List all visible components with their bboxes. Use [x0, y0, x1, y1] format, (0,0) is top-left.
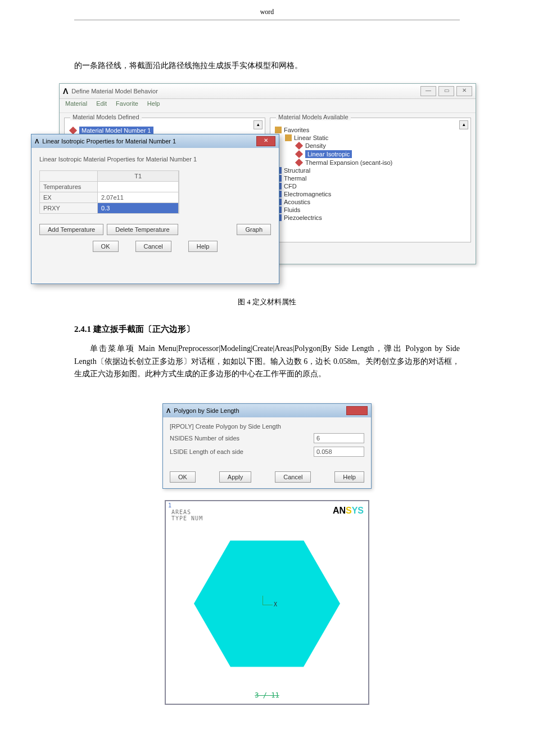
- ansys-brand: ANSYS: [333, 506, 364, 516]
- hexagon-area: [194, 541, 340, 667]
- figure-4-caption: 图 4 定义材料属性: [0, 297, 534, 307]
- material-icon: [69, 127, 77, 134]
- main-titlebar: Λ Define Material Model Behavior — ▭ ✕: [60, 84, 476, 99]
- viewport-number: 1: [168, 502, 171, 508]
- tree-linear-isotropic[interactable]: Linear Isotropic: [275, 150, 466, 159]
- poly-desc: [RPOLY] Create Polygon by Side Length: [170, 423, 364, 430]
- add-temperature-button[interactable]: Add Temperature: [39, 224, 103, 235]
- maximize-button[interactable]: ▭: [438, 86, 454, 96]
- tree-electromagnetics[interactable]: Electromagnetics: [275, 190, 466, 198]
- poly-cancel-button[interactable]: Cancel: [275, 471, 311, 483]
- tree-density[interactable]: Density: [275, 142, 466, 150]
- row-temperatures-value[interactable]: [98, 182, 179, 192]
- intro-text: 的一条路径线，将截面沿此路径线拖拉生成扳手实体模型和网格。: [74, 60, 460, 72]
- poly-titlebar: Λ Polygon by Side Length: [163, 404, 371, 417]
- poly-close-button[interactable]: [346, 406, 368, 415]
- models-available-title: Material Models Available: [276, 114, 351, 120]
- tree-piezoelectrics[interactable]: Piezoelectrics: [275, 214, 466, 222]
- models-defined-title: Material Models Defined: [70, 114, 142, 120]
- poly-apply-button[interactable]: Apply: [219, 471, 252, 483]
- tree-fluids[interactable]: Fluids: [275, 206, 466, 214]
- lside-input[interactable]: 0.058: [314, 447, 364, 457]
- ansys-viewport: 1 AREAS TYPE NUM ANSYS X 图 5 建立六角形截面 3 /…: [165, 500, 369, 705]
- sub-close-button[interactable]: ✕: [256, 136, 275, 146]
- row-prxy-label: PRXY: [40, 203, 98, 214]
- row-ex-label: EX: [40, 192, 98, 203]
- tree-acoustics[interactable]: Acoustics: [275, 198, 466, 206]
- figure-4-container: Λ Define Material Model Behavior — ▭ ✕ M…: [59, 83, 475, 291]
- property-grid: T1 Temperatures EX 2.07e11 PRXY 0.3: [39, 170, 179, 214]
- row-temperatures-label: Temperatures: [40, 182, 98, 192]
- delete-temperature-button[interactable]: Delete Temperature: [107, 224, 178, 235]
- section-body: 单击菜单项 Main Menu|Preprocessor|Modeling|Cr…: [74, 343, 460, 380]
- help-button[interactable]: Help: [188, 241, 218, 252]
- sub-desc: Linear Isotropic Material Properties for…: [39, 156, 271, 163]
- ansys-logo-icon: Λ: [63, 87, 68, 96]
- section-heading: 2.4.1 建立扳手截面〔正六边形〕: [74, 324, 460, 335]
- linear-isotropic-dialog: Λ Linear Isotropic Properties for Materi…: [31, 134, 279, 284]
- tree-cfd[interactable]: CFD: [275, 182, 466, 190]
- polygon-dialog: Λ Polygon by Side Length [RPOLY] Create …: [162, 403, 372, 489]
- tree-thermal-exp[interactable]: Thermal Expansion (secant-iso): [275, 159, 466, 166]
- ok-button[interactable]: OK: [93, 241, 119, 252]
- main-title: Define Material Model Behavior: [71, 88, 420, 94]
- menu-favorite[interactable]: Favorite: [116, 100, 138, 111]
- prop-icon: [295, 142, 303, 150]
- ansys-logo-icon: Λ: [166, 407, 170, 414]
- row-prxy-value[interactable]: 0.3: [98, 203, 179, 214]
- sub-title: Linear Isotropic Properties for Material…: [42, 138, 176, 145]
- col-t1: T1: [98, 171, 179, 182]
- poly-title-text: Polygon by Side Length: [174, 407, 239, 414]
- scroll-up-icon[interactable]: ▴: [459, 120, 468, 129]
- ansys-logo-icon: Λ: [35, 138, 39, 145]
- tree-favorites[interactable]: Favorites: [275, 126, 466, 134]
- folder-icon: [275, 127, 282, 133]
- folder-icon: [285, 134, 292, 141]
- graph-button[interactable]: Graph: [237, 224, 271, 235]
- figure-5-caption: 图 5 建立六角形截面: [166, 670, 368, 680]
- menu-edit[interactable]: Edit: [96, 100, 107, 111]
- row-ex-value[interactable]: 2.07e11: [98, 192, 179, 203]
- page-header: word: [74, 6, 460, 20]
- page-number: 3 / 11: [166, 691, 368, 699]
- prop-icon: [295, 159, 303, 166]
- material-model-1-label: Material Model Number 1: [79, 127, 153, 134]
- poly-help-button[interactable]: Help: [334, 471, 364, 483]
- menu-help[interactable]: Help: [147, 100, 160, 111]
- menubar: Material Edit Favorite Help: [60, 99, 476, 113]
- nsides-label: NSIDES Number of sides: [170, 435, 314, 442]
- scroll-up-icon[interactable]: ▴: [254, 120, 263, 129]
- lside-label: LSIDE Length of each side: [170, 448, 314, 455]
- nsides-input[interactable]: 6: [314, 433, 364, 443]
- tree-structural[interactable]: Structural: [275, 166, 466, 174]
- menu-material[interactable]: Material: [65, 100, 87, 111]
- minimize-button[interactable]: —: [420, 86, 436, 96]
- prop-icon: [295, 150, 303, 158]
- models-available-panel: Material Models Available ▴ Favorites Li…: [270, 118, 471, 242]
- tree-linear-static[interactable]: Linear Static: [275, 134, 466, 142]
- sub-titlebar: Λ Linear Isotropic Properties for Materi…: [31, 134, 279, 148]
- close-button[interactable]: ✕: [456, 86, 472, 96]
- viewport-areas-label: AREAS TYPE NUM: [171, 509, 203, 521]
- poly-ok-button[interactable]: OK: [170, 471, 196, 483]
- cancel-button[interactable]: Cancel: [135, 241, 171, 252]
- tree-thermal[interactable]: Thermal: [275, 174, 466, 182]
